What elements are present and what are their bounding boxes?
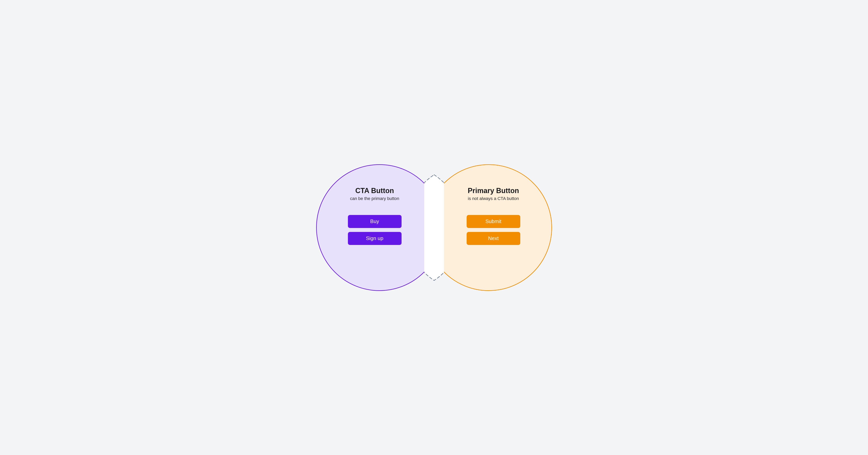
right-title: Primary Button: [468, 187, 519, 195]
left-subtitle: can be the primary button: [350, 196, 399, 201]
submit-button[interactable]: Submit: [467, 215, 520, 228]
left-title: CTA Button: [355, 187, 394, 195]
left-circle: CTA Button can be the primary button Buy…: [316, 164, 443, 291]
right-circle: Primary Button is not always a CTA butto…: [426, 164, 552, 291]
sign-up-button[interactable]: Sign up: [348, 232, 402, 245]
buy-button[interactable]: Buy: [348, 215, 402, 228]
right-subtitle: is not always a CTA button: [468, 196, 519, 201]
next-button[interactable]: Next: [467, 232, 520, 245]
venn-diagram: CTA Button can be the primary button Buy…: [310, 158, 558, 297]
